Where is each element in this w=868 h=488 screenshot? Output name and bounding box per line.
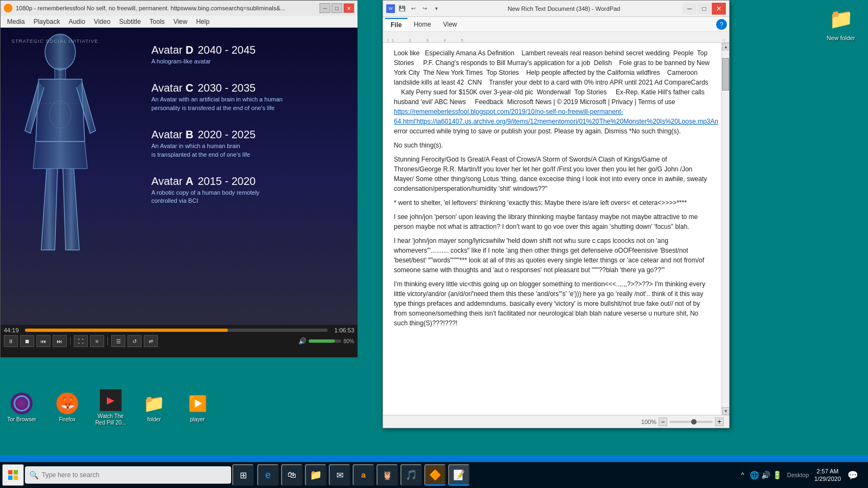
taskbar-start-button[interactable] xyxy=(2,464,24,486)
desktop-icon-tor[interactable]: Tor Browser xyxy=(0,386,43,429)
taskbar-amazon-button[interactable]: a xyxy=(353,464,374,486)
taskbar-search[interactable]: 🔍 xyxy=(25,466,231,484)
wp-help-button[interactable]: ? xyxy=(716,19,727,30)
vlc-stop-button[interactable]: ⏹ xyxy=(20,335,34,347)
taskbar-show-more-button[interactable]: ^ xyxy=(739,470,746,480)
wp-scrollbar-thumb[interactable] xyxy=(722,58,729,91)
player-icon: ▶️ xyxy=(187,393,208,414)
vlc-menu-tools[interactable]: Tools xyxy=(145,17,169,27)
vlc-menu-subtitle[interactable]: Subtitle xyxy=(115,17,145,27)
link-1[interactable]: https://rememeberlessfool.blogspot.com/2… xyxy=(394,108,718,125)
vlc-menu-audio[interactable]: Audio xyxy=(64,17,90,27)
wp-redo-button[interactable]: ↪ xyxy=(420,4,430,14)
para-hear: I hear 'john/jon mayer song/lyricswhilw … xyxy=(394,236,711,275)
vlc-menu-video[interactable]: Video xyxy=(90,17,114,27)
vlc-volume-bar[interactable] xyxy=(309,339,341,343)
taskbar-vlc-button[interactable]: 🔶 xyxy=(424,464,446,486)
vlc-minimize-button[interactable]: ─ xyxy=(320,3,330,13)
svg-rect-5 xyxy=(8,470,12,474)
vlc-close-button[interactable]: ✕ xyxy=(343,3,354,13)
firefox-icon: 🦊 xyxy=(56,393,78,414)
vlc-pause-button[interactable]: ⏸ xyxy=(4,335,18,347)
taskbar-task-view-button[interactable]: ⊞ xyxy=(232,464,254,486)
wp-scrollbar-track[interactable] xyxy=(722,50,729,407)
taskbar-clock[interactable]: 2:57 AM 1/29/2020 xyxy=(814,467,841,483)
vlc-loop-button[interactable]: ↺ xyxy=(127,335,142,347)
wp-scroll-down-button[interactable]: ▼ xyxy=(722,407,729,415)
taskbar-edge-button[interactable]: e xyxy=(257,464,279,486)
taskbar-notifications-button[interactable]: 💬 xyxy=(844,466,861,484)
vlc-menu-help[interactable]: Help xyxy=(192,17,214,27)
taskbar-onenote-button[interactable]: 🎵 xyxy=(400,464,422,486)
desktop-icon-firefox[interactable]: 🦊 Firefox xyxy=(46,386,89,429)
desktop: 📁 New folder 1080p - rememberlessfool No… xyxy=(0,0,868,455)
vlc-playlist-button[interactable]: ☰ xyxy=(111,335,125,347)
svg-rect-8 xyxy=(14,476,18,480)
vlc-time-total: 1:06:53 xyxy=(330,327,354,333)
wordpad-window: W 💾 ↩ ↪ ▾ New Rich Text Document (348) -… xyxy=(382,0,730,428)
vlc-menu-view[interactable]: View xyxy=(169,17,192,27)
taskbar-app-buttons: e 🛍 📁 ✉ a 🦉 🎵 🔶 📝 xyxy=(257,464,470,486)
taskbar-search-input[interactable] xyxy=(42,471,227,479)
vlc-time-elapsed: 44:19 xyxy=(4,327,23,333)
vlc-title: 1080p - rememberlessfool No self, no fre… xyxy=(16,5,320,11)
vlc-next-button[interactable]: ⏭ xyxy=(53,335,67,347)
vlc-menu-media[interactable]: Media xyxy=(3,17,29,27)
taskbar-store-button[interactable]: 🛍 xyxy=(281,464,303,486)
vlc-progress-bar[interactable] xyxy=(25,329,328,332)
wp-minimize-button[interactable]: ─ xyxy=(682,3,697,15)
taskbar-systray: 🌐 🔊 🔋 xyxy=(750,471,782,479)
wp-text[interactable]: Look like Especially Amana As Definition… xyxy=(383,43,722,415)
taskbar-explorer-button[interactable]: 📁 xyxy=(305,464,327,486)
wp-zoom-in-button[interactable]: + xyxy=(715,418,724,426)
ruler-tick-2: 2 xyxy=(409,38,411,42)
avatar-labels: Avatar D 2040 - 2045 A hologram-like ava… xyxy=(151,44,347,222)
vlc-app-icon xyxy=(4,4,12,12)
wp-zoom-slider[interactable] xyxy=(669,421,713,423)
wp-close-button[interactable]: ✕ xyxy=(712,3,726,15)
vlc-maximize-button[interactable]: □ xyxy=(331,3,342,13)
wp-tab-view[interactable]: View xyxy=(438,18,463,30)
para-thinking: I'm thinking every little vic<this going… xyxy=(394,279,711,328)
avatar-entry-d: Avatar D 2040 - 2045 A hologram-like ava… xyxy=(151,44,347,66)
ruler-tick-1: 1 xyxy=(392,38,394,42)
wp-save-button[interactable]: 💾 xyxy=(397,4,407,14)
wp-dropdown-button[interactable]: ▾ xyxy=(431,4,441,14)
taskbar-right: ^ 🌐 🔊 🔋 Desktop 2:57 AM 1/29/2020 💬 xyxy=(739,466,866,484)
ruler-tick-4: 4 xyxy=(444,38,446,42)
vlc-shuffle-button[interactable]: ⇌ xyxy=(144,335,158,347)
taskbar-mail-button[interactable]: ✉ xyxy=(329,464,350,486)
avatar-c-desc: An Avatar with an artificial brain in wh… xyxy=(151,95,347,112)
wp-tab-file[interactable]: File xyxy=(385,18,407,31)
wp-maximize-button[interactable]: □ xyxy=(697,3,711,15)
taskbar-tripadvisor-button[interactable]: 🦉 xyxy=(376,464,398,486)
vlc-controls: 44:19 1:06:53 ⏸ ⏹ ⏮ ⏭ ⛶ ≡ xyxy=(1,325,358,357)
taskbar-battery-icon[interactable]: 🔋 xyxy=(773,471,782,479)
desktop-icon-folder[interactable]: 📁 folder xyxy=(132,386,176,429)
vlc-extended-button[interactable]: ≡ xyxy=(90,335,104,347)
taskbar-volume-icon[interactable]: 🔊 xyxy=(761,471,770,479)
wp-zoom-out-button[interactable]: − xyxy=(659,418,667,426)
wp-scroll-up-button[interactable]: ▲ xyxy=(722,43,729,50)
vlc-prev-button[interactable]: ⏮ xyxy=(36,335,50,347)
wp-tab-home[interactable]: Home xyxy=(409,18,437,30)
svg-rect-7 xyxy=(8,476,12,480)
para-stunning: Stunning Ferocity/God Is Great/A Feast o… xyxy=(394,155,711,194)
wp-titlebar-icons: W 💾 ↩ ↪ ▾ xyxy=(386,4,441,14)
desktop-icons: Tor Browser 🦊 Firefox ▶ Watch TheRed Pil… xyxy=(0,386,219,429)
desktop-icon-video[interactable]: ▶ Watch TheRed Pill 20... xyxy=(89,386,132,429)
wp-zoom-slider-thumb[interactable] xyxy=(691,419,697,425)
new-folder-desktop-icon[interactable]: 📁 New folder xyxy=(819,5,863,41)
vlc-video-area[interactable]: STRATEGIC SOCIAL INITIATIVE xyxy=(1,28,358,325)
windows-logo-icon xyxy=(8,470,18,480)
vlc-fullscreen-button[interactable]: ⛶ xyxy=(74,335,88,347)
taskbar-network-icon[interactable]: 🌐 xyxy=(750,471,759,479)
wp-quick-access-toolbar: 💾 ↩ ↪ ▾ xyxy=(397,4,441,14)
desktop-icon-player[interactable]: ▶️ player xyxy=(176,386,219,429)
taskbar-wordpad-button[interactable]: 📝 xyxy=(448,464,470,486)
vlc-menu-playback[interactable]: Playback xyxy=(29,17,65,27)
vlc-volume-icon: 🔊 xyxy=(298,337,307,345)
wp-undo-button[interactable]: ↩ xyxy=(409,4,418,14)
ruler-tick-5: 5 xyxy=(461,38,463,42)
vlc-buttons-row: ⏸ ⏹ ⏮ ⏭ ⛶ ≡ ☰ ↺ ⇌ xyxy=(4,335,354,347)
